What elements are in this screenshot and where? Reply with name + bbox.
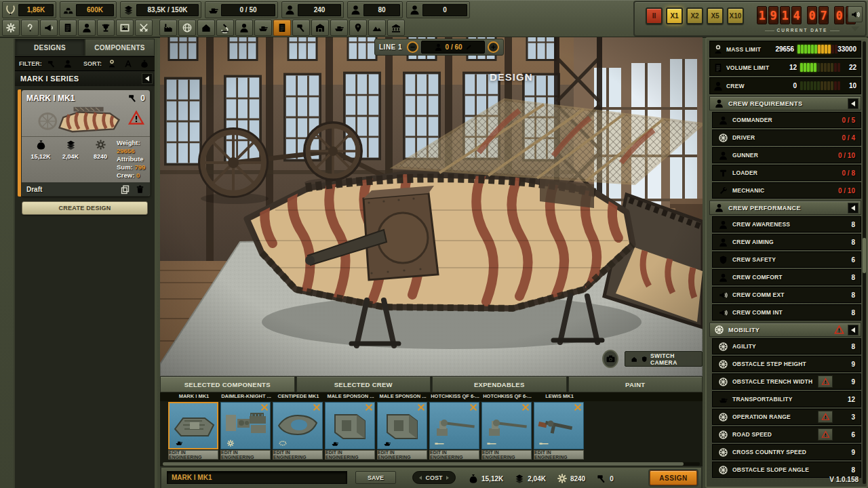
speed-x2-button[interactable]: X2 xyxy=(686,7,703,24)
chevron-down-icon[interactable] xyxy=(851,26,859,31)
gear-icon xyxy=(94,139,107,150)
warning-triangle-icon xyxy=(127,110,145,126)
tab-selected-crew[interactable]: SELECTED CREW xyxy=(296,376,431,392)
hangar-viewport[interactable]: LINE 1 0 / 60 DESIGN SWITCH CAMERA xyxy=(160,37,703,376)
component-card-cannon-1[interactable]: EDIT IN ENGINEERING xyxy=(429,402,479,460)
filter-type-icon[interactable] xyxy=(45,58,58,70)
line-minus-button[interactable] xyxy=(407,41,418,53)
stats-scrollbar[interactable] xyxy=(863,41,866,484)
cost-money-value: 15,12K xyxy=(481,475,503,483)
settings-icon[interactable] xyxy=(2,20,20,36)
warning-chip[interactable] xyxy=(818,375,833,388)
component-card-track[interactable]: EDIT IN ENGINEERING xyxy=(273,402,323,460)
personnel-icon[interactable] xyxy=(235,20,253,36)
edit-in-engineering-button[interactable]: EDIT IN ENGINEERING xyxy=(429,450,479,460)
museum-icon[interactable] xyxy=(387,20,405,36)
components-scrollbar[interactable] xyxy=(163,462,700,466)
collapse-icon[interactable] xyxy=(848,203,859,214)
sort-weight-icon[interactable] xyxy=(105,58,118,70)
warning-chip[interactable] xyxy=(818,411,833,423)
collapse-icon[interactable] xyxy=(848,98,859,109)
crew-safety-icon xyxy=(718,255,728,265)
edit-in-engineering-button[interactable]: EDIT IN ENGINEERING xyxy=(534,450,584,460)
factory-icon[interactable] xyxy=(159,20,177,36)
world-map-icon[interactable] xyxy=(178,20,196,36)
sound-icon[interactable] xyxy=(848,6,863,22)
edit-in-engineering-button[interactable]: EDIT IN ENGINEERING xyxy=(481,450,532,460)
speed-x10-button[interactable]: X10 xyxy=(727,7,744,24)
design-icon[interactable] xyxy=(273,20,291,36)
delete-icon[interactable] xyxy=(135,184,145,195)
operation-range-icon xyxy=(718,412,728,422)
tab-components[interactable]: COMPONENTS xyxy=(85,39,155,56)
engineering-icon[interactable] xyxy=(292,20,310,36)
component-card-cannon-2[interactable]: EDIT IN ENGINEERING xyxy=(481,402,532,460)
mechanic-icon xyxy=(718,186,728,196)
scrollbar-thumb[interactable] xyxy=(863,238,866,273)
locations-icon[interactable] xyxy=(349,20,367,36)
speed-x5-button[interactable]: X5 xyxy=(707,7,724,24)
filter-crew-icon[interactable] xyxy=(62,58,75,70)
component-card-sponson-1[interactable]: EDIT IN ENGINEERING xyxy=(325,402,375,460)
edit-in-engineering-button[interactable]: EDIT IN ENGINEERING xyxy=(377,450,427,460)
camera-reset-button[interactable] xyxy=(602,350,618,368)
battles-icon[interactable] xyxy=(135,20,153,36)
headquarters-icon[interactable] xyxy=(197,20,215,36)
materials-icon xyxy=(514,473,525,484)
assign-button[interactable]: ASSIGN xyxy=(650,470,697,485)
line-plus-button[interactable] xyxy=(488,41,499,53)
edit-in-engineering-button[interactable]: EDIT IN ENGINEERING xyxy=(273,450,323,460)
announcements-icon[interactable] xyxy=(40,20,58,36)
design-thumbnail-image xyxy=(31,104,133,134)
component-card-machine-gun[interactable]: EDIT IN ENGINEERING xyxy=(534,402,584,460)
tab-designs[interactable]: DESIGNS xyxy=(15,39,85,56)
achievements-icon[interactable] xyxy=(97,20,115,36)
pause-button[interactable]: II xyxy=(646,7,663,24)
save-button[interactable]: SAVE xyxy=(355,471,396,484)
speed-x1-button[interactable]: X1 xyxy=(666,7,683,24)
tab-selected-components[interactable]: SELECTED COMPONENTS xyxy=(160,376,295,392)
series-header[interactable]: MARK I SERIES xyxy=(15,71,155,86)
terrain-icon[interactable] xyxy=(368,20,386,36)
warning-triangle-icon xyxy=(821,378,830,386)
edit-in-engineering-button[interactable]: EDIT IN ENGINEERING xyxy=(168,450,218,460)
collapse-series-icon[interactable] xyxy=(142,73,153,84)
research-icon[interactable] xyxy=(216,20,234,36)
component-card-engine[interactable]: EDIT IN ENGINEERING xyxy=(220,402,271,460)
edit-pencil-icon[interactable] xyxy=(465,43,473,51)
tab-paint[interactable]: PAINT xyxy=(568,376,703,392)
tab-expendables[interactable]: EXPENDABLES xyxy=(432,376,567,392)
component-cards-row: EDIT IN ENGINEERING EDIT IN ENGINEERI xyxy=(160,401,703,462)
reports-icon[interactable] xyxy=(59,20,77,36)
design-card[interactable]: MARK I MK1 0 xyxy=(21,89,151,197)
agents-icon[interactable] xyxy=(78,20,96,36)
tank-upgrade-icon[interactable] xyxy=(330,20,348,36)
army-icon[interactable] xyxy=(254,20,272,36)
warehouse-icon[interactable] xyxy=(311,20,329,36)
section-crew-performance[interactable]: CREW PERFORMANCE xyxy=(709,201,861,215)
section-crew-requirements[interactable]: CREW REQUIREMENTS xyxy=(709,96,861,110)
edit-in-engineering-button[interactable]: EDIT IN ENGINEERING xyxy=(220,450,271,460)
edit-in-engineering-button[interactable]: EDIT IN ENGINEERING xyxy=(325,450,375,460)
collapse-icon[interactable] xyxy=(848,325,859,336)
tank-icon xyxy=(172,439,186,447)
engineers-value: 80 xyxy=(363,4,400,16)
component-card-sponson-2[interactable]: EDIT IN ENGINEERING xyxy=(377,402,427,460)
scrollbar-thumb[interactable] xyxy=(163,462,684,466)
sort-cost-icon[interactable] xyxy=(138,58,151,70)
cost-toggle[interactable]: COST xyxy=(412,471,456,484)
gallery-icon[interactable] xyxy=(116,20,134,36)
component-title: DAIMLER-KNIGHT ... xyxy=(220,393,272,399)
stat-crew-aiming: CREW AIMING 8 xyxy=(712,234,861,250)
resource-workers: 240 xyxy=(281,1,344,18)
component-card-hull[interactable]: EDIT IN ENGINEERING xyxy=(168,402,218,460)
duplicate-icon[interactable] xyxy=(120,184,130,195)
sort-alpha-icon[interactable] xyxy=(121,58,134,70)
prestige-value: 1,86K xyxy=(18,4,54,16)
section-mobility[interactable]: MOBILITY xyxy=(709,323,861,337)
design-name-input[interactable] xyxy=(167,471,347,484)
create-design-button[interactable]: CREATE DESIGN xyxy=(22,201,148,215)
help-icon[interactable] xyxy=(21,20,39,36)
warning-chip[interactable] xyxy=(818,428,833,441)
switch-camera-button[interactable]: SWITCH CAMERA xyxy=(625,351,703,367)
